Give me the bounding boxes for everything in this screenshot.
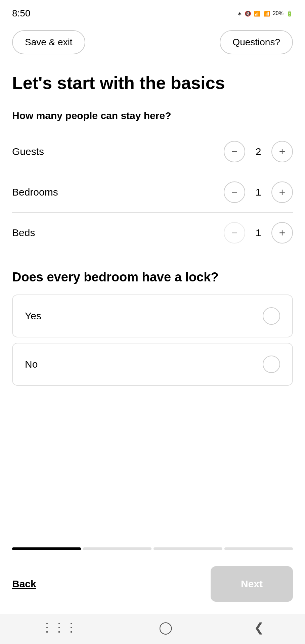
battery-text: 20% bbox=[273, 10, 284, 16]
guest-question: How many people can stay here? bbox=[12, 110, 293, 121]
main-content: Let's start with the basics How many peo… bbox=[0, 60, 305, 541]
lock-section: Does every bedroom have a lock? Yes No bbox=[12, 270, 293, 386]
progress-bar bbox=[0, 541, 305, 557]
save-exit-button[interactable]: Save & exit bbox=[12, 30, 85, 54]
header: Save & exit Questions? bbox=[0, 24, 305, 60]
mute-icon: 🔇 bbox=[245, 10, 251, 17]
yes-option[interactable]: Yes bbox=[12, 294, 293, 337]
next-button[interactable]: Next bbox=[211, 566, 293, 602]
status-bar: 8:50 ∗ 🔇 📶 📶 20% 🔋 bbox=[0, 0, 305, 24]
android-nav-bar: ⋮⋮⋮ ◯ ❮ bbox=[0, 614, 305, 644]
wifi-icon: 📶 bbox=[254, 10, 261, 17]
lock-question: Does every bedroom have a lock? bbox=[12, 270, 293, 284]
progress-segment-1 bbox=[12, 547, 81, 550]
beds-label: Beds bbox=[12, 227, 35, 238]
bedrooms-label: Bedrooms bbox=[12, 186, 58, 198]
yes-label: Yes bbox=[25, 310, 41, 322]
beds-decrement-button[interactable]: − bbox=[224, 222, 245, 244]
beds-row: Beds − 1 + bbox=[12, 213, 293, 253]
no-label: No bbox=[25, 359, 38, 370]
bluetooth-icon: ∗ bbox=[237, 10, 242, 17]
back-button[interactable]: Back bbox=[12, 578, 36, 590]
guests-increment-button[interactable]: + bbox=[271, 141, 293, 162]
bottom-nav: Back Next bbox=[0, 557, 305, 614]
android-home-icon[interactable]: ◯ bbox=[159, 621, 172, 635]
guests-decrement-button[interactable]: − bbox=[224, 141, 245, 162]
guests-value: 2 bbox=[253, 146, 263, 157]
beds-increment-button[interactable]: + bbox=[271, 222, 293, 244]
progress-segment-4 bbox=[224, 547, 293, 550]
battery-icon: 🔋 bbox=[286, 10, 293, 17]
status-icons: ∗ 🔇 📶 📶 20% 🔋 bbox=[237, 10, 293, 17]
guests-controls: − 2 + bbox=[224, 141, 293, 162]
signal-icon: 📶 bbox=[263, 10, 270, 17]
guests-label: Guests bbox=[12, 146, 44, 157]
progress-segment-3 bbox=[154, 547, 222, 550]
android-menu-icon[interactable]: ⋮⋮⋮ bbox=[41, 621, 77, 635]
no-option[interactable]: No bbox=[12, 343, 293, 386]
bedrooms-value: 1 bbox=[253, 186, 263, 198]
bedrooms-decrement-button[interactable]: − bbox=[224, 181, 245, 203]
counter-section: Guests − 2 + Bedrooms − 1 + Beds − 1 + bbox=[12, 131, 293, 253]
no-radio[interactable] bbox=[263, 356, 280, 373]
beds-controls: − 1 + bbox=[224, 222, 293, 244]
bedrooms-increment-button[interactable]: + bbox=[271, 181, 293, 203]
bedrooms-row: Bedrooms − 1 + bbox=[12, 172, 293, 213]
guests-row: Guests − 2 + bbox=[12, 131, 293, 172]
page-title: Let's start with the basics bbox=[12, 72, 293, 93]
android-back-icon[interactable]: ❮ bbox=[254, 621, 264, 635]
beds-value: 1 bbox=[253, 227, 263, 238]
progress-segment-2 bbox=[83, 547, 152, 550]
yes-radio[interactable] bbox=[263, 307, 280, 325]
status-time: 8:50 bbox=[12, 8, 31, 19]
bedrooms-controls: − 1 + bbox=[224, 181, 293, 203]
questions-button[interactable]: Questions? bbox=[220, 30, 293, 54]
